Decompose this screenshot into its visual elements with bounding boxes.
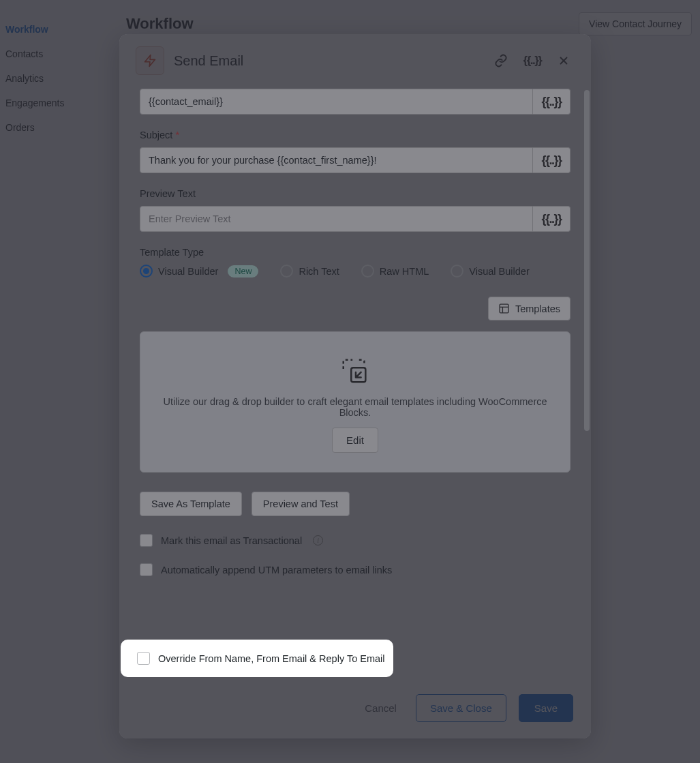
utm-checkbox-row: Automatically append UTM parameters to e… (140, 563, 570, 576)
radio-raw-html[interactable]: Raw HTML (361, 265, 429, 278)
builder-placeholder: Utilize our drag & drop builder to craft… (140, 331, 570, 473)
radio-checked-icon (140, 265, 153, 278)
transactional-checkbox-row: Mark this email as Transactional i (140, 534, 570, 547)
preview-and-test-button[interactable]: Preview and Test (252, 492, 350, 516)
svg-rect-3 (500, 304, 508, 313)
subject-input[interactable] (140, 147, 533, 173)
radio-label: Visual Builder (158, 266, 218, 277)
drag-drop-icon (339, 354, 371, 387)
to-input[interactable] (140, 89, 533, 115)
utm-checkbox[interactable] (140, 563, 153, 576)
info-icon[interactable]: i (313, 535, 323, 545)
transactional-checkbox[interactable] (140, 534, 153, 547)
subject-label: Subject* (140, 130, 570, 140)
radio-label: Raw HTML (380, 266, 429, 277)
templates-button[interactable]: Templates (488, 297, 570, 320)
transactional-label: Mark this email as Transactional (161, 535, 302, 546)
radio-unchecked-icon (280, 265, 293, 278)
template-type-radios: Visual Builder New Rich Text Raw HTML Vi… (140, 265, 570, 278)
radio-unchecked-icon (451, 265, 463, 278)
radio-label: Rich Text (299, 266, 339, 277)
radio-unchecked-icon (361, 265, 374, 278)
template-type-label: Template Type (140, 247, 570, 258)
template-icon (498, 303, 510, 314)
radio-label: Visual Builder (469, 266, 529, 277)
preview-field-row: {{..}} (140, 206, 570, 232)
preview-text-input[interactable] (140, 206, 533, 232)
edit-button[interactable]: Edit (332, 428, 378, 453)
new-badge: New (228, 265, 258, 278)
save-as-template-button[interactable]: Save As Template (140, 492, 242, 516)
send-email-modal: Send Email {{..}} {{..}} Subject* {{..}}… (119, 34, 591, 738)
to-field-row: {{..}} (140, 89, 570, 115)
radio-visual-builder[interactable]: Visual Builder New (140, 265, 258, 278)
radio-visual-builder-2[interactable]: Visual Builder (451, 265, 529, 278)
to-merge-tag-button[interactable]: {{..}} (533, 89, 570, 115)
builder-description: Utilize our drag & drop builder to craft… (153, 396, 558, 418)
override-checkbox[interactable] (137, 652, 150, 665)
subject-merge-tag-button[interactable]: {{..}} (533, 147, 570, 173)
preview-merge-tag-button[interactable]: {{..}} (533, 206, 570, 232)
utm-label: Automatically append UTM parameters to e… (161, 565, 392, 575)
subject-field-row: {{..}} (140, 147, 570, 173)
modal-body: {{..}} Subject* {{..}} Preview Text {{..… (119, 75, 591, 680)
preview-text-label: Preview Text (140, 188, 570, 199)
radio-rich-text[interactable]: Rich Text (280, 265, 339, 278)
